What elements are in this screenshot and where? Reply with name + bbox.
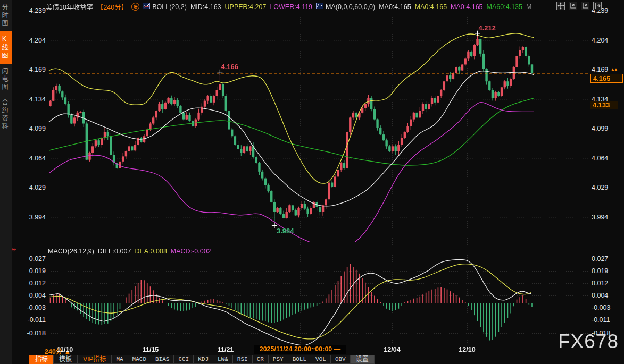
macd-dea-value: DEA:0.008 [135, 248, 167, 255]
toolbar-button-RSI[interactable]: RSI [232, 355, 253, 364]
last-price-arrow-icon: ▲▲ [611, 67, 617, 72]
ma-label: MA(0,0,0,60,0,0) [326, 3, 375, 11]
time-tick-highlighted: 2025/11/24 20:00~00:00 — [254, 345, 346, 354]
boll-label: BOLL(20,2) [152, 3, 187, 11]
time-tick: 12/10 [448, 346, 486, 353]
toolbar-button-VIP指标[interactable]: VIP指标 [77, 355, 112, 364]
last-price-tag: 4.165 [590, 74, 623, 83]
toolbar-button-模板[interactable]: 模板 [53, 355, 78, 364]
watermark: FX678 [558, 331, 619, 353]
axis-zoom-horizontal-icon[interactable] [581, 2, 589, 10]
toolbar-button-LW&[interactable]: LW& [213, 355, 233, 364]
toolbar-button-MACD[interactable]: MACD [128, 355, 151, 364]
sidebar-tab-1[interactable]: K线图 [0, 31, 12, 64]
chart-canvas[interactable] [0, 0, 624, 364]
boll-indicator-icon [143, 3, 150, 11]
ma-value: MA0:4.165 [415, 3, 447, 11]
toolbar-button-VOL[interactable]: VOL [311, 355, 331, 364]
shift-view-icon[interactable] [593, 2, 602, 10]
toolbar-button-BIAS[interactable]: BIAS [151, 355, 174, 364]
macd-header: MACD(26,12,9)DIFF:0.007DEA:0.008MACD:-0.… [48, 248, 211, 255]
sidebar-tab-3[interactable]: 合约资料 [0, 95, 12, 134]
toolbar-button-CR[interactable]: CR [252, 355, 269, 364]
ma-values: MA0:4.165MA0:4.165MA0:4.165MA60:4.135 [379, 3, 526, 10]
toolbar-button-OBV[interactable]: OBV [330, 355, 351, 364]
time-tick: 11/21 [207, 346, 244, 353]
toolbar-button-MA[interactable]: MA [111, 355, 128, 364]
macd-macd-value: MACD:-0.002 [171, 248, 211, 255]
toolbar-button-BOLL[interactable]: BOLL [288, 355, 311, 364]
zoom-out-circle-icon[interactable]: ⊕ [131, 3, 139, 11]
boll-lower-value: LOWER:4.119 [270, 3, 312, 11]
sidebar-tab-0[interactable]: 分时图 [0, 0, 12, 31]
macd-label: MACD(26,12,9) [48, 248, 94, 255]
ma-value: MA0:4.165 [379, 3, 411, 11]
time-tick: 12/04 [373, 346, 411, 353]
toolbar-button-CCI[interactable]: CCI [173, 355, 194, 364]
axis-zoom-vertical-icon[interactable] [569, 2, 577, 10]
chart-tool-icons [553, 2, 602, 11]
ma-value: MA0:4.165 [451, 3, 482, 11]
chart-header: 美债10年收益率【240分】⊕BOLL(20,2)MID:4.163UPPER:… [46, 2, 531, 10]
sidebar-tab-2[interactable]: 闪电图 [0, 64, 12, 95]
boll-upper-value: UPPER:4.207 [225, 3, 267, 11]
secondary-price-tag: 4.133 [590, 101, 618, 109]
chart-app: 分时图K线图闪电图合约资料 美债10年收益率【240分】⊕BOLL(20,2)M… [0, 0, 624, 364]
instrument-title: 美债10年收益率 [46, 4, 93, 11]
toolbar-button-KDJ[interactable]: KDJ [193, 355, 213, 364]
indicator-toolbar: 指标模板VIP指标MAMACDBIASCCIKDJLW&RSICRPSYBOLL… [30, 355, 375, 364]
macd-diff-value: DIFF:0.007 [98, 248, 131, 255]
indicator-settings-icon[interactable]: ✳ [11, 246, 16, 253]
toolbar-button-设置[interactable]: 设置 [350, 355, 375, 364]
ma-value: MA60:4.135 [487, 3, 522, 11]
time-tick: 11/10 [46, 346, 84, 353]
toolbar-button-指标[interactable]: 指标 [29, 355, 54, 364]
sidebar: 分时图K线图闪电图合约资料 [0, 0, 12, 364]
ma-indicator-icon [316, 3, 323, 11]
toolbar-button-PSY[interactable]: PSY [268, 355, 288, 364]
header-suffix: M [526, 3, 531, 11]
move-chart-icon[interactable] [556, 2, 565, 10]
boll-mid-value: MID:4.163 [190, 3, 221, 11]
period-label[interactable]: 【240分】 [97, 4, 128, 11]
time-tick: 11/15 [132, 346, 169, 353]
